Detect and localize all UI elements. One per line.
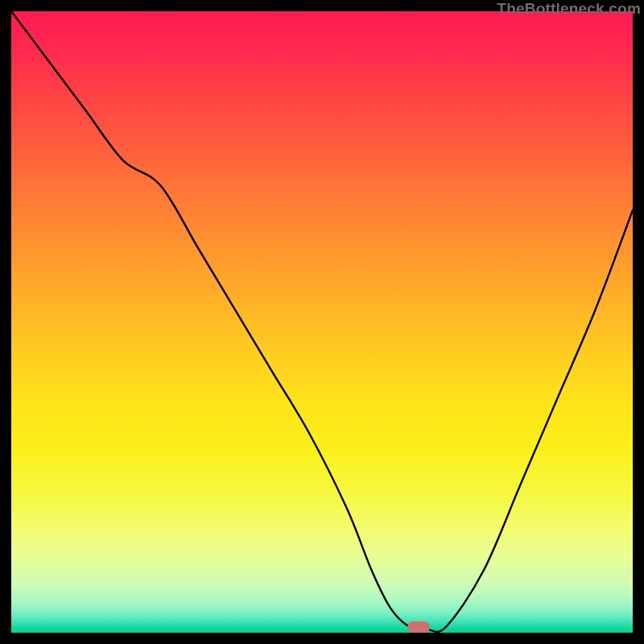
plot-area xyxy=(11,11,633,633)
optimal-point-marker xyxy=(407,621,430,633)
bottleneck-curve xyxy=(11,11,633,633)
chart-stage: TheBottleneck.com xyxy=(0,0,644,644)
watermark-text: TheBottleneck.com xyxy=(497,0,641,18)
